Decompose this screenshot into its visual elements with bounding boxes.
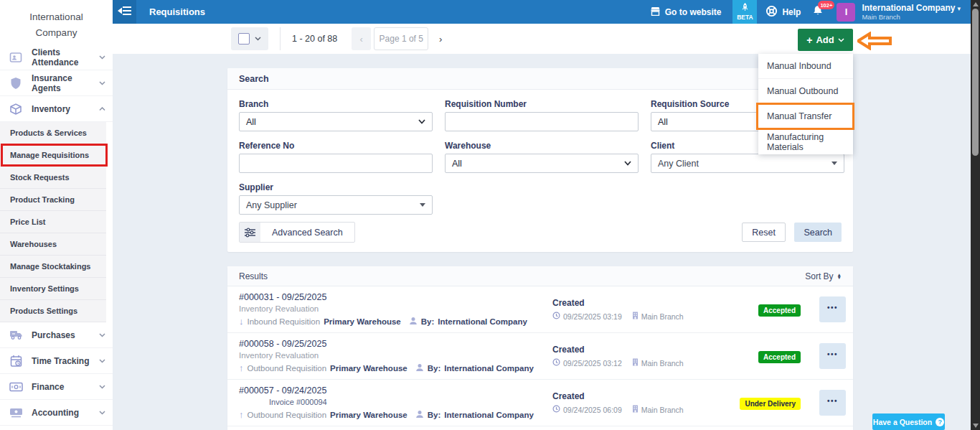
add-button[interactable]: + Add <box>798 29 853 51</box>
sidebar-item-clients-attendance[interactable]: Clients Attendance <box>0 45 113 70</box>
sidebar-item-stock-requests[interactable]: Stock Requests <box>0 167 106 189</box>
requisition-id-link[interactable]: #000057 - 09/24/2025 <box>239 385 552 396</box>
requisition-type: Inbound Requisition <box>248 317 321 326</box>
sidebar-item-warehouses[interactable]: Warehouses <box>0 233 106 256</box>
reference-no-input[interactable] <box>239 154 433 173</box>
app-window: International Company Clients Attendance… <box>0 0 980 430</box>
sidebar-item-time-tracking[interactable]: Time Tracking <box>0 348 113 374</box>
warehouse-name: Primary Warehouse <box>324 317 401 326</box>
row-actions-button[interactable]: ••• <box>819 390 846 416</box>
sidebar-item-product-tracking[interactable]: Product Tracking <box>0 189 106 211</box>
row-actions-button[interactable]: ••• <box>819 296 846 322</box>
supplier-label: Supplier <box>239 182 433 192</box>
search-button[interactable]: Search <box>794 223 842 242</box>
page-indicator[interactable]: Page 1 of 5 <box>374 27 428 50</box>
avatar[interactable]: I <box>837 3 855 22</box>
building-icon <box>632 312 639 321</box>
requisition-number-input[interactable] <box>445 112 639 131</box>
status-badge: Under Delivery <box>740 398 801 410</box>
prev-page-button[interactable]: ‹ <box>352 27 371 50</box>
requisition-type: Outbound Requisition <box>248 364 327 373</box>
menu-item-manual-transfer[interactable]: Manual Transfer <box>758 104 853 129</box>
page-title: Requisitions <box>149 6 205 17</box>
chevron-down-icon[interactable] <box>255 37 261 41</box>
sidebar-collapse-button[interactable] <box>113 0 136 24</box>
created-datetime: 09/25/2025 03:12 <box>563 359 622 368</box>
created-by: International Company <box>444 364 534 373</box>
results-panel: Results Sort By ▲▼ #000031 - 09/25/2025 … <box>227 266 853 430</box>
id-card-icon <box>9 50 23 65</box>
requisition-subtitle: Inventory Revaluation <box>239 304 552 313</box>
requisition-row[interactable]: #000058 - 09/25/2025 Inventory Revaluati… <box>227 333 853 380</box>
scrollbar-thumb[interactable] <box>972 9 979 156</box>
branch-select[interactable]: All <box>239 112 433 131</box>
requisition-row[interactable]: #000031 - 09/25/2025 Inventory Revaluati… <box>227 286 853 333</box>
chevron-down-icon <box>99 81 105 85</box>
menu-item-manual-inbound[interactable]: Manual Inbound <box>758 54 853 79</box>
go-to-website-link[interactable]: Go to website <box>650 6 722 18</box>
reset-button[interactable]: Reset <box>742 223 786 242</box>
page-scrollbar[interactable] <box>971 0 980 430</box>
help-link[interactable]: Help <box>765 5 801 19</box>
advanced-search-button[interactable]: Advanced Search <box>239 222 355 243</box>
sidebar-item-finance[interactable]: Finance <box>0 374 113 400</box>
sidebar-item-manage-requisitions[interactable]: Manage Requisitions <box>0 144 106 167</box>
status-label: Created <box>552 345 725 355</box>
sidebar-item-manage-stocktakings[interactable]: Manage Stocktakings <box>0 256 106 278</box>
go-to-website-label: Go to website <box>665 7 722 17</box>
chevron-down-icon <box>418 119 425 124</box>
notifications-button[interactable]: 102+ <box>812 4 824 19</box>
requisition-id-link[interactable]: #000031 - 09/25/2025 <box>239 292 552 302</box>
cash-icon <box>9 406 23 420</box>
sidebar-item-products-settings[interactable]: Products Settings <box>0 300 106 322</box>
caret-down-icon: ▾ <box>957 5 961 12</box>
select-all-checkbox[interactable] <box>238 33 250 45</box>
sidebar-item-label: Time Tracking <box>32 356 99 366</box>
sidebar-item-label: Inventory <box>32 104 99 114</box>
chevron-up-icon <box>99 107 105 111</box>
rocket-icon <box>741 3 749 14</box>
requisition-number-label: Requisition Number <box>445 99 639 109</box>
requisition-id-link[interactable]: #000058 - 09/25/2025 <box>239 339 552 349</box>
person-icon <box>415 363 424 373</box>
client-select[interactable]: Any Client <box>651 154 844 173</box>
sidebar-item-inventory-settings[interactable]: Inventory Settings <box>0 278 106 300</box>
sidebar-item-label: Accounting <box>32 408 99 418</box>
status-label: Created <box>552 298 725 308</box>
next-page-button[interactable]: › <box>431 27 450 50</box>
created-datetime: 09/25/2025 03:19 <box>563 312 622 321</box>
sort-by-control[interactable]: Sort By ▲▼ <box>805 271 842 281</box>
sidebar-item-inventory[interactable]: Inventory <box>0 96 113 122</box>
menu-item-manual-outbound[interactable]: Manual Outbound <box>758 79 853 104</box>
sidebar-item-products-services[interactable]: Products & Services <box>0 122 106 144</box>
outbound-arrow-icon: ↑ <box>239 409 244 420</box>
warehouse-select[interactable]: All <box>445 154 639 173</box>
results-header: Results Sort By ▲▼ <box>227 266 853 286</box>
field-warehouse: Warehouse All <box>445 141 639 173</box>
beta-label: BETA <box>737 14 753 21</box>
logo-line-1: International <box>0 9 113 25</box>
results-title: Results <box>239 271 268 281</box>
scroll-down-arrow-icon[interactable] <box>973 424 979 428</box>
row-actions-button[interactable]: ••• <box>819 343 846 369</box>
sidebar-item-purchases[interactable]: Purchases <box>0 322 113 348</box>
caret-down-icon <box>831 162 837 165</box>
created-by: International Company <box>438 317 527 326</box>
menu-item-manufacturing-materials[interactable]: Manufacturing Materials <box>758 129 853 154</box>
next-row-partial <box>227 426 853 430</box>
scroll-up-arrow-icon[interactable] <box>973 2 979 6</box>
requisition-row[interactable]: #000057 - 09/24/2025 Invoice #000094 ↑ O… <box>227 380 853 426</box>
sidebar-item-price-list[interactable]: Price List <box>0 211 106 233</box>
company-menu[interactable]: International Company▾ Main Branch <box>862 3 961 21</box>
add-dropdown-menu: Manual Inbound Manual Outbound Manual Tr… <box>758 54 853 154</box>
beta-tab[interactable]: BETA <box>732 0 757 24</box>
select-all-control[interactable] <box>231 27 268 50</box>
sidebar-item-accounting[interactable]: Accounting <box>0 400 113 426</box>
company-logo[interactable]: International Company <box>0 0 113 45</box>
requisition-subtitle[interactable]: Invoice #000094 <box>269 398 552 406</box>
sidebar-item-insurance-agents[interactable]: Insurance Agents <box>0 70 113 96</box>
have-question-button[interactable]: Have a Question ? <box>872 413 945 430</box>
supplier-select[interactable]: Any Supplier <box>239 195 433 215</box>
building-icon <box>632 405 639 414</box>
storefront-icon <box>650 6 661 18</box>
